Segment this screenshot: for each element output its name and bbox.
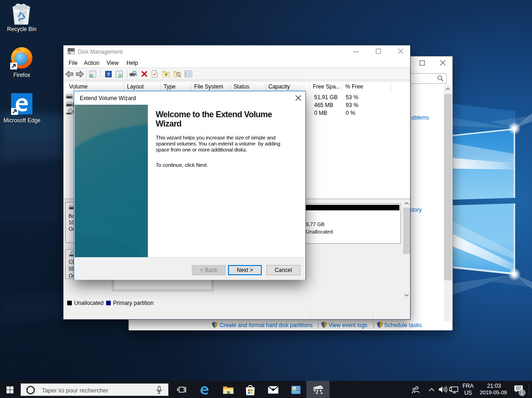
svg-text:?: ? <box>107 72 110 77</box>
svg-text:1: 1 <box>521 390 524 395</box>
